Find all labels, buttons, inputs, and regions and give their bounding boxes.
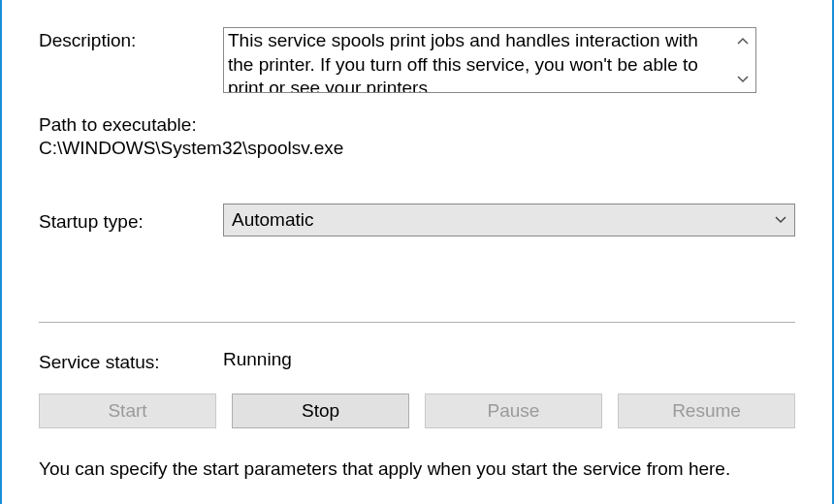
chevron-down-icon [775, 213, 786, 227]
general-tab-content: Description: This service spools print j… [2, 0, 832, 504]
section-divider [39, 322, 795, 323]
start-parameters-hint: You can specify the start parameters tha… [39, 457, 795, 482]
description-text: This service spools print jobs and handl… [228, 29, 728, 93]
service-properties-window: Description: This service spools print j… [0, 0, 834, 504]
service-status-row: Service status: Running [39, 349, 795, 373]
description-textbox[interactable]: This service spools print jobs and handl… [223, 27, 756, 93]
startup-type-row: Startup type: Automatic [39, 204, 795, 236]
description-row: Description: This service spools print j… [39, 27, 795, 93]
stop-button[interactable]: Stop [232, 394, 409, 428]
service-control-buttons: Start Stop Pause Resume [39, 394, 795, 428]
description-label: Description: [39, 27, 223, 93]
service-status-label: Service status: [39, 349, 223, 373]
scroll-down-icon[interactable] [732, 69, 754, 90]
scroll-up-icon[interactable] [732, 30, 754, 51]
executable-path: C:\WINDOWS\System32\spoolsv.exe [39, 138, 795, 159]
executable-path-section: Path to executable: C:\WINDOWS\System32\… [39, 114, 795, 159]
start-button: Start [39, 394, 216, 428]
startup-type-dropdown[interactable]: Automatic [223, 204, 795, 236]
pause-button: Pause [425, 394, 602, 428]
startup-type-label: Startup type: [39, 208, 223, 233]
path-label: Path to executable: [39, 114, 795, 136]
startup-type-value: Automatic [232, 209, 313, 231]
resume-button: Resume [618, 394, 795, 428]
service-status-value: Running [223, 349, 795, 373]
